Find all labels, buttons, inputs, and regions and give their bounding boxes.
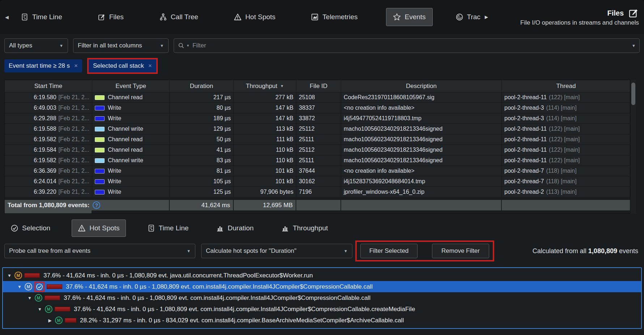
view-tab-events[interactable]: Events xyxy=(386,8,432,26)
selected-check-icon xyxy=(36,283,43,290)
cell-duration: 217 µs xyxy=(170,92,234,102)
events-icon xyxy=(393,13,401,21)
cell-start-time: 6:36.369[Feb 21, 2... xyxy=(5,166,92,176)
cell-file-id: 25112 xyxy=(296,124,341,134)
cell-description: i4j5494770524119718803.tmp xyxy=(341,113,502,123)
chevron-down-icon: ▼ xyxy=(53,43,63,48)
table-row[interactable]: 6:19.582[Feb 21, 2...Channel write83 µs1… xyxy=(5,155,630,166)
analysis-tab-time-line[interactable]: Time Line xyxy=(141,219,195,237)
cell-duration: 80 µs xyxy=(170,103,234,113)
collapse-node-icon[interactable]: ▼ xyxy=(17,284,22,289)
table-row[interactable]: 6:39.220[Feb 21, 2...Write125 µs97,906 b… xyxy=(5,187,630,197)
cell-throughput: 110 kB xyxy=(234,155,296,166)
cell-duration: 83 µs xyxy=(170,155,234,166)
cell-throughput: 110 kB xyxy=(234,145,296,155)
event-color-swatch xyxy=(95,158,105,163)
selection-icon xyxy=(10,224,18,232)
hotspot-metric-dropdown[interactable]: Calculate hot spots for "Duration" ▼ xyxy=(201,244,352,258)
remove-chip-icon[interactable]: × xyxy=(148,62,152,70)
more-tabs-icon[interactable]: ▶ xyxy=(485,14,488,20)
collapse-node-icon[interactable]: ▼ xyxy=(37,307,43,312)
column-header-throughput[interactable]: Throughput▼ xyxy=(234,80,296,92)
collapse-node-icon[interactable]: ▼ xyxy=(7,273,12,278)
hotspot-tree-row[interactable]: ▼M37.6% - 41,624 ms - inh. 0 µs - 1,080,… xyxy=(3,281,641,292)
table-row[interactable]: 6:24.014[Feb 21, 2...Write105 µs101 kB30… xyxy=(5,176,630,187)
column-header-duration[interactable]: Duration xyxy=(170,80,234,92)
cell-file-id: 25111 xyxy=(296,134,341,145)
tab-label: Duration xyxy=(228,224,254,232)
probe-call-tree-dropdown[interactable]: Probe call tree from all events ▼ xyxy=(4,244,195,258)
event-type-dropdown[interactable]: All types ▼ xyxy=(4,38,68,53)
files-icon xyxy=(98,13,106,21)
total-throughput-cell: 12,695 MB xyxy=(234,200,296,210)
analysis-tab-duration[interactable]: Duration xyxy=(210,219,260,237)
column-header-label: Thread xyxy=(556,83,576,90)
table-row[interactable]: 6:29.288[Feb 21, 2...Write189 µs147 kB33… xyxy=(5,113,630,123)
filter-chip[interactable]: Event start time ≥ 28 s× xyxy=(4,59,82,72)
column-header-start-time[interactable]: Start Time xyxy=(5,80,92,92)
column-header-event-type[interactable]: Event Type xyxy=(92,80,170,92)
view-tab-files[interactable]: Files xyxy=(91,8,131,26)
cell-duration: 50 µs xyxy=(170,134,234,145)
cell-thread: pool-2-thread-11(122) [main] xyxy=(502,155,631,166)
expand-node-icon[interactable]: ▶ xyxy=(47,318,53,323)
table-row[interactable]: 6:19.588[Feb 21, 2...Channel write129 µs… xyxy=(5,123,630,134)
hotspot-tree-row[interactable]: ▼M37.6% - 41,624 ms - inh. 0 µs - 1,080,… xyxy=(3,303,641,315)
cell-duration: 125 µs xyxy=(170,187,234,197)
cell-description: CodeRes231970118608105967.sig xyxy=(341,92,502,102)
cell-thread: pool-2-thread-7(118) [main] xyxy=(502,166,631,176)
remove-chip-icon[interactable]: × xyxy=(74,62,78,70)
table-row[interactable]: 6:19.580[Feb 21, 2...Channel read217 µs2… xyxy=(5,92,630,102)
table-row[interactable]: 6:19.584[Feb 21, 2...Channel read41 µs11… xyxy=(5,145,630,155)
filter-selected-button[interactable]: Filter Selected xyxy=(360,244,418,258)
search-input[interactable] xyxy=(192,42,628,49)
scrollbar-thumb[interactable] xyxy=(631,83,635,105)
remove-filter-button[interactable]: Remove Filter xyxy=(432,244,489,258)
hotspot-tree-row[interactable]: ▼M37.6% - 41,624 ms - inh. 0 µs - 1,080,… xyxy=(3,270,641,281)
view-tab-call-tree[interactable]: Call Tree xyxy=(152,8,205,26)
filter-columns-dropdown[interactable]: Filter in all text columns ▼ xyxy=(73,38,169,53)
filter-chip[interactable]: Selected call stack× xyxy=(89,59,156,72)
analysis-tab-throughput[interactable]: Throughput xyxy=(275,219,334,237)
cell-start-time: 6:19.580[Feb 21, 2... xyxy=(5,92,92,102)
tab-label: Time Line xyxy=(32,13,62,21)
table-row[interactable]: 6:49.003[Feb 21, 2...Write80 µs147 kB383… xyxy=(5,102,630,113)
cell-file-id: 7196 xyxy=(296,187,341,197)
method-icon: M xyxy=(45,305,52,313)
hotspot-bar xyxy=(24,273,40,278)
search-icon xyxy=(178,42,185,49)
help-icon[interactable]: ? xyxy=(93,201,100,209)
column-header-thread[interactable]: Thread xyxy=(502,80,631,92)
view-tabs: Time LineFilesCall TreeHot SpotsTelemetr… xyxy=(14,8,517,26)
view-tab-trac[interactable]: Trac▶ xyxy=(449,8,495,26)
cell-start-time: 6:19.582[Feb 21, 2... xyxy=(5,155,92,166)
view-tab-telemetries[interactable]: Telemetries xyxy=(304,8,364,26)
column-header-description[interactable]: Description xyxy=(341,80,502,92)
timeline-icon xyxy=(147,224,155,232)
hotspot-bar xyxy=(47,284,62,289)
filter-search-field[interactable]: ▼ ▼ xyxy=(174,38,640,53)
view-tab-time-line[interactable]: Time Line xyxy=(14,8,69,26)
highlight-box-filter-buttons: Filter Selected Remove Filter xyxy=(355,240,494,261)
cell-duration: 105 µs xyxy=(170,176,234,187)
event-color-swatch xyxy=(95,169,105,173)
hotspot-tree-row[interactable]: ▼M37.6% - 41,624 ms - inh. 0 µs - 1,080,… xyxy=(3,292,641,303)
bars-icon xyxy=(281,224,289,232)
hotspot-tree-row[interactable]: ▶M28.2% - 31,297 ms - inh. 0 µs - 834,02… xyxy=(3,315,641,326)
cell-throughput: 113 kB xyxy=(234,124,296,134)
analysis-tab-selection[interactable]: Selection xyxy=(4,219,56,237)
analysis-tab-hot-spots[interactable]: Hot Spots xyxy=(72,219,126,237)
vertical-scrollbar[interactable] xyxy=(631,80,636,214)
search-history-icon[interactable]: ▼ xyxy=(628,43,636,48)
column-header-file-id[interactable]: File ID xyxy=(296,80,341,92)
collapse-views-icon[interactable]: ◀ xyxy=(5,14,9,20)
collapse-node-icon[interactable]: ▼ xyxy=(27,296,33,301)
table-row[interactable]: 6:36.369[Feb 21, 2...Write81 µs101 kB376… xyxy=(5,166,630,176)
tab-label: Hot Spots xyxy=(89,224,119,232)
view-tab-hot-spots[interactable]: Hot Spots xyxy=(227,8,282,26)
chevron-down-icon: ▼ xyxy=(180,249,191,253)
cell-description: jprofiler_windows-x64_16_0.zip xyxy=(341,187,502,197)
table-row[interactable]: 6:19.582[Feb 21, 2...Channel read50 µs11… xyxy=(5,134,630,145)
search-options-caret-icon[interactable]: ▼ xyxy=(186,44,190,47)
horizontal-scrollbar[interactable] xyxy=(5,197,630,200)
